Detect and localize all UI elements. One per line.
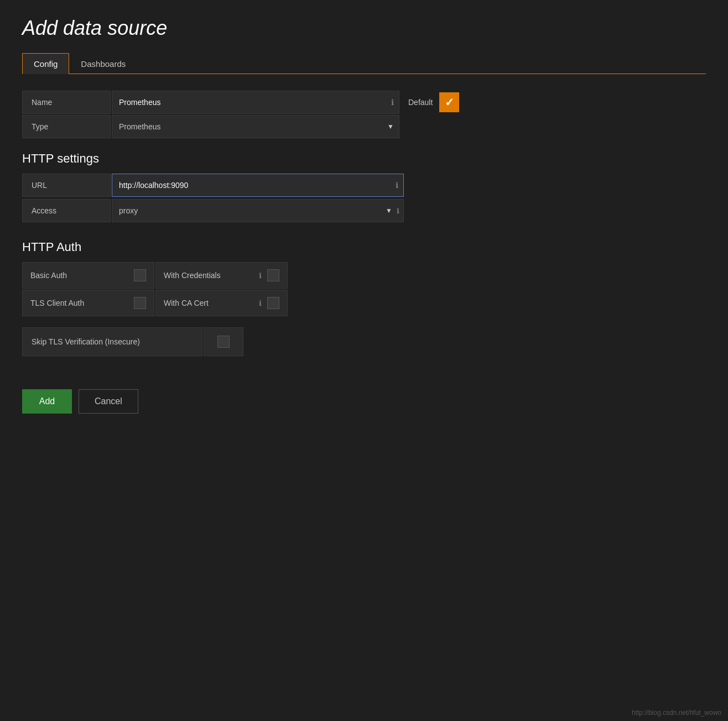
http-auth-grid: Basic Auth With Credentials ℹ TLS Client… [22,262,288,316]
name-row: Name ℹ Default ✓ [22,91,706,114]
footer-buttons: Add Cancel [22,389,706,414]
http-settings-title: HTTP settings [22,151,706,166]
url-label: URL [22,174,111,197]
with-ca-cert-checkbox[interactable] [267,297,279,309]
tls-client-auth-cell: TLS Client Auth [22,290,154,316]
skip-tls-checkbox-wrapper [204,327,243,356]
url-info-icon[interactable]: ℹ [396,181,398,190]
access-row: Access proxy ▼ ℹ [22,199,404,222]
tls-client-auth-label: TLS Client Auth [30,299,128,307]
access-select-wrapper: proxy ▼ ℹ [112,199,404,222]
default-wrapper: Default ✓ [408,92,459,112]
access-select[interactable]: proxy [112,199,404,222]
skip-tls-row: Skip TLS Verification (Insecure) [22,327,243,356]
http-settings-section: HTTP settings URL ℹ Access proxy ▼ [22,151,706,223]
name-info-icon[interactable]: ℹ [391,98,394,107]
skip-tls-label: Skip TLS Verification (Insecure) [22,327,202,356]
default-label: Default [408,98,433,107]
type-row: Type Prometheus ▼ [22,115,706,138]
add-button[interactable]: Add [22,389,72,414]
tabs-container: Config Dashboards [22,53,706,74]
with-ca-cert-cell: With CA Cert ℹ [155,290,288,316]
with-ca-cert-info-icon[interactable]: ℹ [259,299,262,307]
name-input-wrapper: ℹ [112,91,399,114]
skip-tls-checkbox[interactable] [217,336,230,348]
checkmark-icon: ✓ [445,96,454,109]
basic-auth-label: Basic Auth [30,271,128,280]
tls-client-auth-checkbox[interactable] [134,297,146,309]
url-input-wrapper: ℹ [112,174,404,197]
access-info-icon[interactable]: ℹ [397,207,399,215]
url-row: URL ℹ [22,174,404,197]
type-label: Type [22,115,111,138]
basic-auth-cell: Basic Auth [22,262,154,289]
http-auth-section: HTTP Auth Basic Auth With Credentials ℹ … [22,240,706,356]
tab-dashboards[interactable]: Dashboards [69,53,137,74]
with-credentials-label: With Credentials [164,271,253,280]
name-label: Name [22,91,111,114]
watermark: http://blog.csdn.net/hfut_wowo [632,709,721,717]
page-title: Add data source [22,17,706,40]
with-credentials-cell: With Credentials ℹ [155,262,288,289]
basic-auth-checkbox[interactable] [134,269,146,281]
type-select-wrapper: Prometheus ▼ [112,115,399,138]
type-select[interactable]: Prometheus [112,115,399,138]
cancel-button[interactable]: Cancel [79,389,138,414]
http-settings-grid: URL ℹ Access proxy ▼ ℹ [22,174,404,223]
with-credentials-info-icon[interactable]: ℹ [259,271,262,280]
tab-config[interactable]: Config [22,53,69,74]
with-ca-cert-label: With CA Cert [164,299,253,307]
url-input[interactable] [112,174,404,197]
name-input[interactable] [112,91,399,114]
access-label: Access [22,199,111,222]
default-checkbox[interactable]: ✓ [439,92,459,112]
with-credentials-checkbox[interactable] [267,269,279,281]
http-auth-title: HTTP Auth [22,240,706,254]
